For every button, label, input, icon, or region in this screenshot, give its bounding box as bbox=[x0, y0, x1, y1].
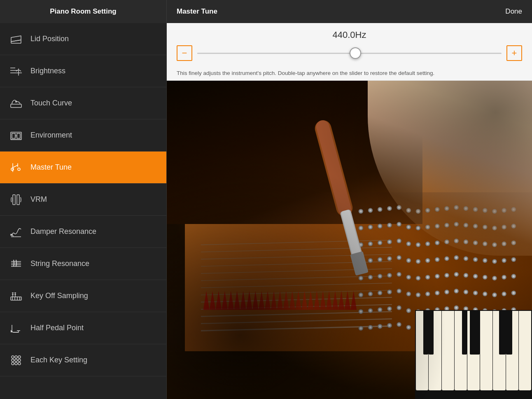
frequency-display: 440.0Hz bbox=[177, 30, 522, 40]
string-resonance-icon bbox=[8, 256, 24, 272]
slider-thumb[interactable] bbox=[350, 47, 361, 59]
sidebar-item-each-key-setting[interactable]: Each Key Setting bbox=[0, 344, 166, 376]
svg-point-143 bbox=[397, 289, 401, 294]
half-pedal-point-icon bbox=[8, 320, 24, 336]
svg-point-157 bbox=[368, 308, 373, 313]
svg-point-150 bbox=[463, 289, 468, 294]
svg-point-175 bbox=[377, 324, 382, 329]
svg-line-15 bbox=[13, 165, 18, 168]
sidebar-item-brightness[interactable]: Brightness bbox=[0, 55, 166, 87]
svg-point-142 bbox=[387, 289, 392, 294]
sidebar-item-touch-curve[interactable]: Touch Curve bbox=[0, 87, 166, 119]
header-left: Piano Room Setting bbox=[0, 0, 167, 23]
svg-point-146 bbox=[425, 292, 430, 296]
svg-point-113 bbox=[435, 257, 440, 262]
svg-point-35 bbox=[12, 359, 14, 362]
svg-point-149 bbox=[454, 289, 459, 294]
svg-point-138 bbox=[511, 274, 516, 279]
svg-point-109 bbox=[397, 255, 401, 260]
svg-point-153 bbox=[492, 292, 497, 297]
svg-point-173 bbox=[358, 326, 363, 331]
svg-point-126 bbox=[397, 272, 401, 277]
svg-point-131 bbox=[444, 273, 449, 278]
sidebar-item-environment[interactable]: Environment bbox=[0, 119, 166, 152]
svg-rect-11 bbox=[17, 133, 20, 138]
svg-point-177 bbox=[397, 322, 401, 327]
svg-rect-10 bbox=[12, 133, 15, 138]
sidebar-item-string-resonance[interactable]: String Resonance bbox=[0, 248, 166, 280]
decrease-button[interactable]: − bbox=[177, 45, 192, 61]
svg-point-117 bbox=[473, 257, 478, 262]
svg-point-134 bbox=[473, 274, 478, 279]
svg-point-32 bbox=[12, 356, 14, 358]
sidebar-item-lid-position[interactable]: Lid Position bbox=[0, 23, 166, 55]
svg-point-95 bbox=[425, 241, 430, 246]
svg-point-110 bbox=[406, 258, 411, 263]
svg-point-136 bbox=[492, 275, 497, 280]
sidebar-item-each-key-setting-label: Each Key Setting bbox=[30, 356, 87, 364]
svg-rect-191 bbox=[315, 119, 353, 218]
svg-point-74 bbox=[387, 223, 392, 228]
svg-point-140 bbox=[368, 292, 373, 296]
svg-line-0 bbox=[11, 40, 21, 42]
svg-point-94 bbox=[415, 242, 420, 247]
svg-point-121 bbox=[511, 257, 516, 262]
svg-point-38 bbox=[12, 362, 14, 365]
svg-point-57 bbox=[387, 206, 392, 211]
slider-track-container[interactable] bbox=[197, 45, 502, 61]
sidebar-item-master-tune[interactable]: Master Tune bbox=[0, 152, 166, 184]
svg-point-75 bbox=[397, 222, 401, 226]
sidebar-item-damper-resonance-label: Damper Resonance bbox=[30, 227, 96, 236]
svg-point-90 bbox=[377, 240, 382, 245]
svg-point-120 bbox=[502, 258, 506, 263]
sidebar-item-lid-position-label: Lid Position bbox=[30, 35, 69, 43]
svg-point-154 bbox=[502, 292, 506, 296]
content-area: 440.0Hz − + This finely adjusts the inst… bbox=[167, 23, 532, 399]
svg-point-116 bbox=[463, 256, 468, 261]
svg-point-129 bbox=[425, 275, 430, 280]
svg-rect-7 bbox=[11, 104, 21, 107]
svg-point-36 bbox=[15, 359, 17, 362]
increase-button[interactable]: + bbox=[506, 45, 522, 61]
plus-icon: + bbox=[512, 49, 517, 58]
svg-point-144 bbox=[406, 292, 411, 296]
svg-point-40 bbox=[18, 362, 21, 365]
svg-point-115 bbox=[454, 255, 459, 260]
sidebar-item-half-pedal-point[interactable]: Half Pedal Point bbox=[0, 312, 166, 344]
slider-fill bbox=[197, 53, 355, 54]
svg-point-73 bbox=[377, 224, 382, 229]
sidebar-item-key-off-sampling[interactable]: Key Off Sampling bbox=[0, 280, 166, 312]
sidebar-item-touch-curve-label: Touch Curve bbox=[30, 99, 72, 107]
sidebar-item-half-pedal-point-label: Half Pedal Point bbox=[30, 324, 84, 332]
svg-point-8 bbox=[15, 101, 17, 103]
environment-icon bbox=[8, 128, 24, 143]
svg-point-155 bbox=[511, 290, 516, 295]
svg-point-92 bbox=[397, 238, 401, 243]
header-center: Master Tune bbox=[167, 7, 505, 16]
app-title: Piano Room Setting bbox=[50, 7, 117, 16]
touch-curve-icon bbox=[8, 96, 24, 111]
svg-point-76 bbox=[406, 224, 411, 229]
master-tune-icon bbox=[8, 160, 24, 175]
svg-point-108 bbox=[387, 256, 392, 261]
svg-point-151 bbox=[473, 290, 478, 295]
section-title: Master Tune bbox=[177, 7, 217, 16]
svg-point-33 bbox=[15, 356, 17, 358]
svg-point-158 bbox=[377, 307, 382, 312]
svg-point-156 bbox=[358, 309, 363, 314]
svg-point-111 bbox=[415, 259, 420, 264]
done-button[interactable]: Done bbox=[505, 7, 532, 16]
svg-point-112 bbox=[425, 258, 430, 263]
svg-point-130 bbox=[435, 274, 440, 279]
sidebar-item-vrm[interactable]: VRM bbox=[0, 184, 166, 216]
app-header: Piano Room Setting Master Tune Done bbox=[0, 0, 532, 23]
piano-image bbox=[167, 81, 532, 399]
svg-point-147 bbox=[435, 290, 440, 295]
svg-point-127 bbox=[406, 275, 411, 280]
sidebar-item-damper-resonance[interactable]: Damper Resonance bbox=[0, 216, 166, 248]
svg-point-93 bbox=[406, 241, 411, 246]
svg-rect-18 bbox=[17, 195, 19, 205]
svg-point-161 bbox=[406, 308, 411, 313]
svg-point-141 bbox=[377, 290, 382, 295]
sidebar-item-key-off-sampling-label: Key Off Sampling bbox=[30, 292, 88, 300]
